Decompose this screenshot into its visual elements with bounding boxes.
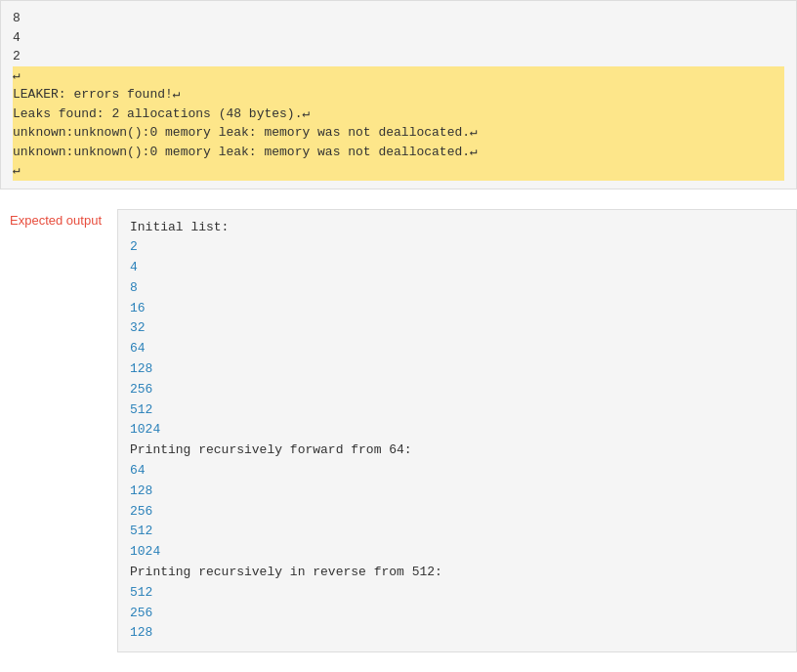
exp-line-16: 512	[130, 522, 784, 542]
page-container: 8 4 2 ↵ LEAKER: errors found!↵ Leaks fou…	[0, 0, 797, 672]
expected-output-label: Expected output	[0, 209, 117, 653]
exp-line-12: Printing recursively forward from 64:	[130, 441, 784, 461]
output-line-2: 4	[13, 28, 784, 48]
exp-line-9: 256	[130, 380, 784, 400]
expected-output-box: Initial list: 2 4 8 16 32 64 128 256 512…	[117, 209, 797, 653]
exp-line-21: 128	[130, 623, 784, 644]
exp-line-6: 32	[130, 318, 784, 339]
exp-line-3: 4	[130, 258, 784, 278]
exp-line-20: 256	[130, 604, 784, 624]
output-line-3: 2	[13, 47, 784, 66]
output-line-4: ↵	[13, 66, 784, 86]
exp-line-1: Initial list:	[130, 218, 784, 238]
output-line-8: unknown:unknown():0 memory leak: memory …	[13, 143, 784, 162]
exp-line-4: 8	[130, 278, 784, 299]
exp-line-7: 64	[130, 339, 784, 359]
output-line-7: unknown:unknown():0 memory leak: memory …	[13, 123, 784, 143]
exp-line-15: 256	[130, 502, 784, 523]
output-line-1: 8	[13, 9, 784, 28]
exp-line-19: 512	[130, 583, 784, 604]
exp-line-18: Printing recursively in reverse from 512…	[130, 563, 784, 583]
exp-line-10: 512	[130, 400, 784, 421]
output-line-5: LEAKER: errors found!↵	[13, 85, 784, 105]
output-line-6: Leaks found: 2 allocations (48 bytes).↵	[13, 105, 784, 124]
bottom-section: Expected output Initial list: 2 4 8 16 3…	[0, 209, 797, 653]
exp-line-8: 128	[130, 359, 784, 380]
exp-line-14: 128	[130, 482, 784, 502]
top-output-section: 8 4 2 ↵ LEAKER: errors found!↵ Leaks fou…	[0, 0, 797, 189]
output-line-9: ↵	[13, 161, 784, 181]
exp-line-13: 64	[130, 461, 784, 482]
exp-line-5: 16	[130, 299, 784, 319]
exp-line-2: 2	[130, 237, 784, 258]
exp-line-17: 1024	[130, 542, 784, 563]
exp-line-11: 1024	[130, 420, 784, 441]
